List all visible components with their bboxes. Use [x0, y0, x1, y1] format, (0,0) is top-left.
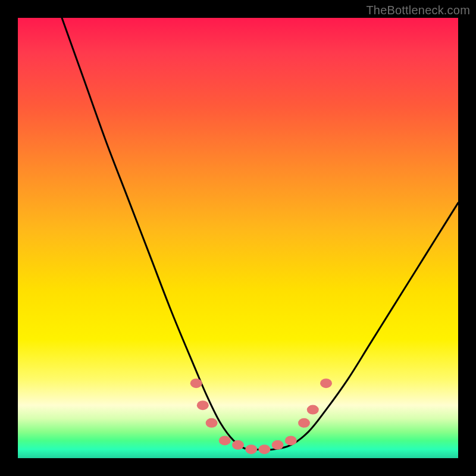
bead-bottom-3	[245, 444, 257, 454]
watermark-text: TheBottleneck.com	[366, 4, 470, 17]
bead-bottom-6	[285, 436, 297, 445]
plot-area	[18, 18, 458, 458]
bead-right-2	[307, 405, 319, 415]
bead-bottom-2	[232, 440, 244, 450]
bottleneck-curve	[62, 18, 458, 450]
bead-left-1	[190, 378, 202, 388]
bead-right-3	[320, 378, 332, 388]
curve-svg	[18, 18, 458, 458]
bead-left-2	[197, 400, 209, 410]
bead-right-1	[298, 418, 310, 428]
chart-frame: TheBottleneck.com	[0, 0, 476, 476]
bead-bottom-4	[258, 444, 270, 454]
bead-group	[190, 378, 332, 454]
bead-left-3	[206, 418, 218, 428]
bead-bottom-1	[219, 436, 231, 445]
bead-bottom-5	[272, 440, 284, 450]
